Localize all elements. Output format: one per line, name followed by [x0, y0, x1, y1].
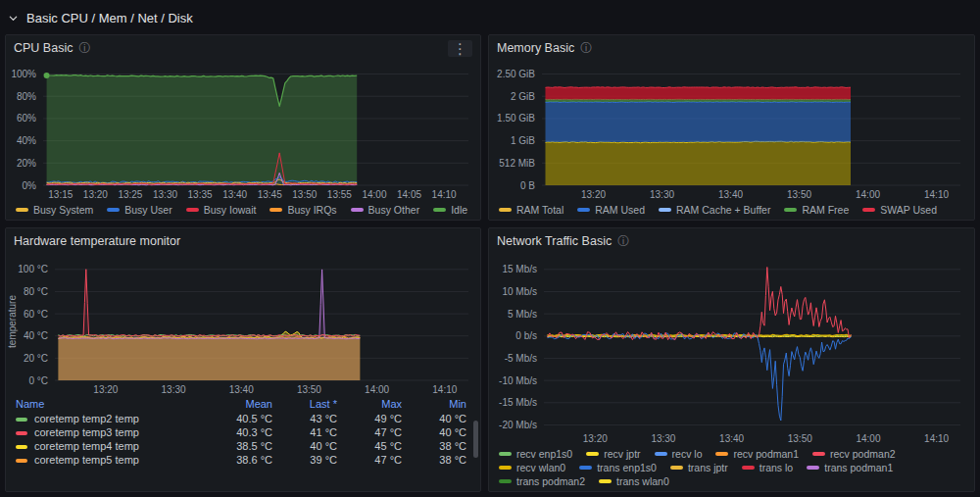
series-value: 38.6 °C	[216, 453, 280, 467]
legend-swatch	[807, 466, 819, 470]
info-icon[interactable]: ⓘ	[617, 235, 629, 247]
svg-text:40 °C: 40 °C	[24, 330, 48, 341]
svg-text:0%: 0%	[23, 180, 37, 191]
legend-item[interactable]: recv jptr	[586, 448, 640, 460]
legend-item[interactable]: RAM Cache + Buffer	[659, 204, 770, 216]
svg-text:13:40: 13:40	[222, 189, 247, 200]
svg-text:14:10: 14:10	[924, 189, 949, 200]
series-value: 47 °C	[345, 453, 410, 467]
legend-item[interactable]: trans podman1	[807, 462, 893, 473]
legend-item[interactable]: RAM Total	[499, 204, 564, 216]
table-header-last[interactable]: Last *	[280, 397, 345, 412]
svg-text:13:25: 13:25	[118, 189, 142, 200]
table-header-min[interactable]: Min	[410, 397, 474, 412]
legend-item[interactable]: recv podman2	[812, 448, 896, 460]
panel-title[interactable]: Memory Basic	[497, 41, 574, 55]
series-swatch	[16, 431, 27, 435]
net-chart-svg: 15 Mb/s10 Mb/s5 Mb/s0 b/s-5 Mb/s-10 Mb/s…	[489, 254, 974, 446]
cpu-chart[interactable]: 0%20%40%60%80%100%13:1513:2013:2513:3013…	[6, 61, 480, 202]
legend-swatch	[862, 208, 875, 212]
table-scrollbar[interactable]	[473, 421, 478, 458]
svg-text:14:10: 14:10	[432, 189, 457, 200]
svg-text:0 B: 0 B	[520, 180, 535, 191]
series-swatch	[16, 459, 27, 463]
panel-header: Memory Basic ⓘ	[489, 35, 974, 61]
legend-item[interactable]: recv enp1s0	[499, 448, 572, 460]
temperature-chart[interactable]: 0 °C20 °C40 °C60 °C80 °C100 °C13:2013:30…	[6, 254, 480, 397]
svg-text:13:30: 13:30	[651, 433, 675, 444]
legend-swatch	[186, 208, 199, 212]
legend-label: recv lo	[672, 448, 703, 460]
svg-text:13:30: 13:30	[650, 189, 674, 200]
legend-label: Busy IRQs	[287, 204, 336, 216]
legend-item[interactable]: recv podman1	[715, 448, 799, 460]
legend-swatch	[351, 208, 364, 212]
mem-chart-svg: 0 B512 MiB1 GiB1.50 GiB2 GiB2.50 GiB13:2…	[489, 61, 974, 202]
svg-text:13:30: 13:30	[153, 189, 177, 200]
network-legend: recv enp1s0recv jptrrecv lorecv podman1r…	[489, 446, 974, 491]
svg-text:60%: 60%	[17, 113, 36, 124]
series-name[interactable]: coretemp temp2 temp	[16, 412, 216, 425]
dashboard-row-toggle[interactable]: Basic CPU / Mem / Net / Disk	[8, 7, 193, 28]
legend-label: Busy Other	[368, 204, 420, 216]
legend-item[interactable]: SWAP Used	[862, 204, 937, 216]
temp-table-head: NameMeanLast *MaxMin	[16, 397, 474, 412]
legend-item[interactable]: recv lo	[655, 448, 703, 460]
legend-item[interactable]: RAM Free	[784, 204, 849, 216]
legend-item[interactable]: Busy IRQs	[270, 204, 336, 216]
panel-title[interactable]: Hardware temperature monitor	[14, 234, 180, 248]
panel-header: CPU Basic ⓘ ⋮	[6, 35, 480, 61]
series-name[interactable]: coretemp temp3 temp	[16, 425, 216, 439]
table-header-name[interactable]: Name	[16, 397, 216, 412]
table-header-max[interactable]: Max	[345, 397, 410, 412]
svg-text:1 GiB: 1 GiB	[511, 135, 535, 146]
info-icon[interactable]: ⓘ	[78, 42, 90, 54]
network-chart[interactable]: 15 Mb/s10 Mb/s5 Mb/s0 b/s-5 Mb/s-10 Mb/s…	[489, 254, 974, 446]
legend-item[interactable]: Busy System	[16, 204, 93, 216]
legend-label: recv jptr	[604, 448, 640, 460]
legend-label: Busy User	[124, 204, 172, 216]
legend-item[interactable]: recv wlan0	[499, 462, 565, 473]
series-value: 41 °C	[280, 425, 345, 439]
panel-title[interactable]: Network Traffic Basic	[497, 234, 612, 248]
legend-item[interactable]: Busy User	[107, 204, 172, 216]
panel-menu-icon[interactable]: ⋮	[448, 40, 472, 57]
series-value: 40.3 °C	[216, 425, 280, 439]
svg-text:13:35: 13:35	[188, 189, 213, 200]
table-header-mean[interactable]: Mean	[216, 397, 280, 412]
series-value: 43 °C	[280, 412, 345, 425]
svg-text:13:20: 13:20	[581, 189, 606, 200]
svg-text:80%: 80%	[17, 91, 36, 102]
legend-swatch	[586, 452, 599, 456]
svg-text:13:40: 13:40	[718, 189, 743, 200]
legend-swatch	[784, 208, 797, 212]
cpu-legend: Busy SystemBusy UserBusy IowaitBusy IRQs…	[6, 202, 480, 220]
legend-label: trans wlan0	[616, 475, 669, 487]
series-name[interactable]: coretemp temp4 temp	[16, 439, 216, 453]
row-title: Basic CPU / Mem / Net / Disk	[26, 11, 193, 25]
legend-item[interactable]: trans jptr	[670, 462, 728, 473]
svg-text:15 Mb/s: 15 Mb/s	[502, 264, 537, 274]
legend-item[interactable]: trans lo	[742, 462, 793, 473]
legend-item[interactable]: trans wlan0	[599, 475, 669, 487]
legend-item[interactable]: Busy Iowait	[186, 204, 257, 216]
svg-text:13:50: 13:50	[297, 384, 321, 395]
legend-item[interactable]: RAM Used	[577, 204, 645, 216]
svg-text:2.50 GiB: 2.50 GiB	[497, 69, 535, 79]
info-icon[interactable]: ⓘ	[580, 42, 592, 54]
svg-text:13:50: 13:50	[788, 433, 812, 444]
legend-item[interactable]: Busy Other	[351, 204, 420, 216]
svg-text:-10 Mb/s: -10 Mb/s	[499, 375, 537, 386]
legend-label: recv podman1	[733, 448, 799, 460]
legend-item[interactable]: trans podman2	[499, 475, 585, 487]
svg-text:60 °C: 60 °C	[24, 309, 48, 320]
legend-label: trans lo	[760, 462, 793, 473]
legend-item[interactable]: Idle	[433, 204, 467, 216]
legend-item[interactable]: trans enp1s0	[579, 462, 657, 473]
chevron-down-icon	[8, 13, 19, 24]
legend-swatch	[599, 479, 612, 483]
series-value: 49 °C	[345, 412, 410, 425]
series-name[interactable]: coretemp temp5 temp	[16, 453, 216, 467]
panel-title[interactable]: CPU Basic	[14, 41, 73, 55]
memory-chart[interactable]: 0 B512 MiB1 GiB1.50 GiB2 GiB2.50 GiB13:2…	[489, 61, 974, 202]
